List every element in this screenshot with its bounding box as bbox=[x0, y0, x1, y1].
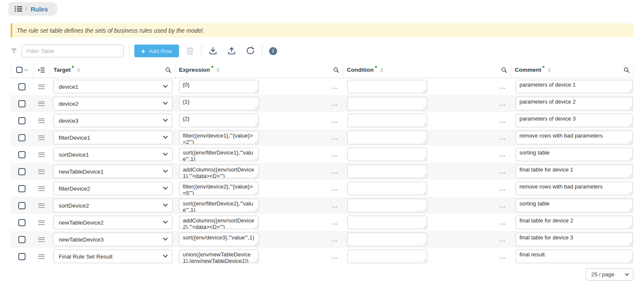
sort-icon[interactable] bbox=[380, 68, 383, 72]
comment-textarea[interactable]: parameters of device 2 bbox=[516, 97, 633, 110]
import-button[interactable] bbox=[207, 45, 219, 57]
condition-textarea[interactable] bbox=[347, 131, 427, 144]
row-checkbox[interactable] bbox=[18, 253, 26, 260]
condition-textarea[interactable] bbox=[347, 80, 427, 93]
expression-textarea[interactable]: sort({env/device3},"'value'",1) bbox=[179, 233, 259, 246]
comment-textarea[interactable]: remove rows with bad parameters bbox=[516, 182, 633, 195]
expression-textarea[interactable]: {0} bbox=[179, 80, 259, 93]
expression-expand-button[interactable]: ... bbox=[332, 84, 338, 89]
condition-expand-button[interactable]: ... bbox=[499, 101, 506, 106]
resize-grip-icon[interactable] bbox=[255, 140, 258, 143]
target-select[interactable]: newTableDevice1 bbox=[53, 165, 173, 178]
target-select[interactable]: sortDevice2 bbox=[53, 199, 173, 212]
condition-expand-button[interactable]: ... bbox=[499, 152, 506, 157]
expression-expand-button[interactable]: ... bbox=[332, 135, 338, 140]
expression-expand-button[interactable]: ... bbox=[332, 203, 338, 208]
target-select[interactable]: device1 bbox=[53, 80, 173, 93]
expression-textarea[interactable]: addColumns({env/sortDevice2},"'<data><D>… bbox=[179, 216, 259, 229]
expression-expand-button[interactable]: ... bbox=[332, 101, 338, 106]
row-checkbox[interactable] bbox=[18, 134, 26, 141]
condition-textarea[interactable] bbox=[347, 250, 427, 263]
condition-expand-button[interactable]: ... bbox=[499, 237, 506, 242]
resize-grip-icon[interactable] bbox=[255, 174, 258, 177]
search-icon[interactable] bbox=[165, 67, 172, 73]
condition-expand-button[interactable]: ... bbox=[499, 203, 506, 208]
condition-expand-button[interactable]: ... bbox=[499, 118, 506, 123]
target-select[interactable]: filterDevice2 bbox=[53, 182, 173, 195]
resize-grip-icon[interactable] bbox=[629, 140, 632, 143]
resize-grip-icon[interactable] bbox=[423, 123, 426, 126]
row-checkbox[interactable] bbox=[18, 236, 26, 243]
resize-grip-icon[interactable] bbox=[423, 140, 426, 143]
row-checkbox[interactable] bbox=[18, 185, 26, 192]
sort-icon[interactable] bbox=[77, 68, 80, 72]
expression-expand-button[interactable]: ... bbox=[332, 152, 338, 157]
condition-expand-button[interactable]: ... bbox=[499, 186, 506, 191]
expression-expand-button[interactable]: ... bbox=[332, 186, 338, 191]
select-all-checkbox[interactable] bbox=[16, 67, 23, 73]
filter-table-input[interactable] bbox=[22, 45, 124, 57]
expression-expand-button[interactable]: ... bbox=[332, 169, 338, 174]
comment-textarea[interactable]: parameters of device 3 bbox=[516, 114, 633, 127]
info-button[interactable]: i bbox=[267, 45, 279, 57]
resize-grip-icon[interactable] bbox=[629, 259, 632, 262]
resize-grip-icon[interactable] bbox=[423, 191, 426, 194]
row-checkbox[interactable] bbox=[18, 202, 26, 209]
condition-textarea[interactable] bbox=[347, 148, 427, 161]
refresh-button[interactable] bbox=[244, 45, 257, 57]
resize-grip-icon[interactable] bbox=[255, 191, 258, 194]
comment-textarea[interactable]: final table for device 3 bbox=[516, 233, 633, 246]
resize-grip-icon[interactable] bbox=[255, 123, 258, 126]
comment-textarea[interactable]: sorting table bbox=[516, 199, 633, 212]
comment-textarea[interactable]: parameters of device 1 bbox=[516, 80, 633, 93]
resize-grip-icon[interactable] bbox=[629, 89, 632, 93]
resize-grip-icon[interactable] bbox=[423, 174, 426, 177]
expression-expand-button[interactable]: ... bbox=[332, 220, 338, 225]
resize-grip-icon[interactable] bbox=[423, 89, 426, 93]
resize-grip-icon[interactable] bbox=[255, 157, 258, 160]
drag-handle-icon[interactable] bbox=[38, 220, 45, 225]
comment-textarea[interactable]: final table for device 1 bbox=[516, 165, 633, 178]
row-checkbox[interactable] bbox=[18, 83, 26, 90]
condition-textarea[interactable] bbox=[347, 97, 427, 110]
condition-textarea[interactable] bbox=[347, 233, 427, 246]
target-select[interactable]: device3 bbox=[53, 114, 173, 127]
resize-grip-icon[interactable] bbox=[629, 174, 632, 177]
drag-handle-icon[interactable] bbox=[38, 152, 45, 157]
condition-expand-button[interactable]: ... bbox=[499, 220, 506, 225]
comment-textarea[interactable]: final result bbox=[516, 250, 633, 263]
condition-textarea[interactable] bbox=[347, 216, 427, 229]
collapse-rows-icon[interactable] bbox=[38, 67, 45, 73]
resize-grip-icon[interactable] bbox=[629, 242, 632, 245]
resize-grip-icon[interactable] bbox=[629, 191, 632, 194]
expression-textarea[interactable]: sort({env/filterDevice1},"'value'",1) bbox=[179, 148, 259, 161]
expression-expand-button[interactable]: ... bbox=[332, 254, 338, 259]
condition-expand-button[interactable]: ... bbox=[499, 84, 506, 89]
expression-expand-button[interactable]: ... bbox=[332, 237, 338, 242]
row-checkbox[interactable] bbox=[18, 168, 26, 175]
resize-grip-icon[interactable] bbox=[629, 123, 632, 126]
comment-textarea[interactable]: sorting table bbox=[516, 148, 633, 161]
drag-handle-icon[interactable] bbox=[38, 101, 45, 106]
resize-grip-icon[interactable] bbox=[423, 259, 426, 262]
target-select[interactable]: sortDevice1 bbox=[53, 148, 173, 161]
resize-grip-icon[interactable] bbox=[629, 225, 632, 228]
target-select[interactable]: filterDevice1 bbox=[53, 131, 173, 144]
condition-textarea[interactable] bbox=[347, 165, 427, 178]
target-select[interactable]: newTableDevice2 bbox=[53, 216, 173, 229]
resize-grip-icon[interactable] bbox=[255, 89, 258, 93]
resize-grip-icon[interactable] bbox=[423, 208, 426, 211]
condition-textarea[interactable] bbox=[347, 182, 427, 195]
target-select[interactable]: device2 bbox=[53, 97, 173, 110]
resize-grip-icon[interactable] bbox=[629, 106, 632, 110]
expression-textarea[interactable]: filter({env/device1},"'{value}>=2'") bbox=[179, 131, 259, 144]
search-icon[interactable] bbox=[333, 67, 340, 73]
page-size-select[interactable]: 25 / page bbox=[586, 268, 633, 281]
sort-icon[interactable] bbox=[216, 68, 220, 72]
resize-grip-icon[interactable] bbox=[423, 157, 426, 160]
search-icon[interactable] bbox=[501, 67, 508, 73]
row-checkbox[interactable] bbox=[18, 100, 26, 107]
resize-grip-icon[interactable] bbox=[629, 157, 632, 160]
resize-grip-icon[interactable] bbox=[255, 259, 258, 262]
expression-textarea[interactable]: sort({env/filterDevice2},"'value'",1) bbox=[179, 199, 259, 212]
